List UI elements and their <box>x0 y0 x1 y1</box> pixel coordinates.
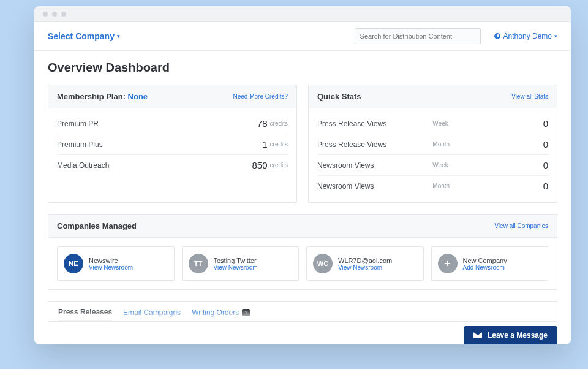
stat-period: Month <box>432 183 543 189</box>
view-all-stats-link[interactable]: View all Stats <box>511 93 548 100</box>
tab-email-campaigns[interactable]: Email Campaigns <box>123 308 181 321</box>
credit-unit: credits <box>270 162 288 169</box>
company-name: WLR7D@aol.com <box>338 257 392 264</box>
need-more-credits-link[interactable]: Need More Credits? <box>233 93 288 100</box>
companies-title: Companies Managed <box>57 221 137 230</box>
company-selector[interactable]: Select Company ▾ <box>48 31 120 41</box>
company-name: New Company <box>463 257 507 264</box>
credit-row: Premium Plus1credits <box>57 134 288 155</box>
stat-name: Newsroom Views <box>317 161 428 170</box>
stat-period: Week <box>432 162 543 169</box>
companies-panel: Companies Managed View all Companies NEN… <box>48 214 557 290</box>
stat-period: Week <box>432 120 543 127</box>
company-card[interactable]: NENewswireView Newsroom <box>57 246 175 281</box>
chevron-down-icon: ▾ <box>117 33 120 39</box>
tab-writing-orders[interactable]: Writing Orders1 <box>192 308 250 321</box>
stat-period: Month <box>432 141 543 148</box>
stat-value: 0 <box>543 181 548 191</box>
company-newsroom-link[interactable]: Add Newsroom <box>463 264 507 271</box>
activity-tabs-panel: Press ReleasesEmail CampaignsWriting Ord… <box>48 301 557 322</box>
top-navbar: Select Company ▾ Anthony Demo ▾ <box>34 22 571 51</box>
credit-row: Media Outreach850credits <box>57 155 288 175</box>
company-card[interactable]: +New CompanyAdd Newsroom <box>431 246 549 281</box>
user-menu[interactable]: Anthony Demo ▾ <box>494 32 557 40</box>
window-control-dot <box>61 12 66 17</box>
stat-value: 0 <box>543 139 548 150</box>
view-all-companies-link[interactable]: View all Companies <box>494 223 548 229</box>
credit-value: 78 <box>257 118 268 129</box>
stat-name: Newsroom Views <box>317 182 428 191</box>
company-avatar: TT <box>189 254 208 273</box>
stat-row: Press Release ViewsWeek0 <box>317 113 548 134</box>
tab-press-releases[interactable]: Press Releases <box>58 308 112 321</box>
credit-name: Premium Plus <box>57 140 262 149</box>
stat-name: Press Release Views <box>317 140 428 149</box>
stat-name: Press Release Views <box>317 120 428 128</box>
stat-value: 0 <box>543 118 548 129</box>
chat-label: Leave a Message <box>488 331 548 340</box>
tab-badge: 1 <box>242 309 250 316</box>
stat-row: Newsroom ViewsMonth0 <box>317 176 548 196</box>
company-card[interactable]: TTTesting TwitterView Newsroom <box>182 246 300 281</box>
user-icon <box>494 33 500 39</box>
window-control-dot <box>43 12 48 17</box>
page-content: Overview Dashboard Membership Plan: None… <box>34 51 571 344</box>
company-newsroom-link[interactable]: View Newsroom <box>338 264 392 271</box>
leave-message-button[interactable]: Leave a Message <box>464 326 557 344</box>
quick-stats-panel: Quick Stats View all Stats Press Release… <box>308 85 557 203</box>
credit-unit: credits <box>270 141 288 148</box>
credit-name: Premium PR <box>57 120 257 128</box>
search-input[interactable] <box>355 28 481 44</box>
company-newsroom-link[interactable]: View Newsroom <box>89 264 133 271</box>
stat-row: Press Release ViewsMonth0 <box>317 134 548 155</box>
company-name: Testing Twitter <box>214 257 258 264</box>
credit-value: 850 <box>252 160 268 170</box>
quick-stats-title: Quick Stats <box>317 92 361 101</box>
browser-window: Select Company ▾ Anthony Demo ▾ Overview… <box>34 6 571 344</box>
page-title: Overview Dashboard <box>48 61 557 75</box>
window-titlebar <box>34 6 571 22</box>
credit-row: Premium PR78credits <box>57 113 288 134</box>
company-avatar: NE <box>64 254 83 273</box>
company-name: Newswire <box>89 257 133 264</box>
credit-name: Media Outreach <box>57 161 252 170</box>
company-card[interactable]: WCWLR7D@aol.comView Newsroom <box>306 246 424 281</box>
user-name: Anthony Demo <box>503 32 552 40</box>
chevron-down-icon: ▾ <box>554 33 557 39</box>
credit-value: 1 <box>262 139 267 150</box>
envelope-icon <box>473 332 482 338</box>
window-control-dot <box>52 12 57 17</box>
company-avatar: WC <box>313 254 333 273</box>
company-avatar: + <box>438 254 458 273</box>
company-newsroom-link[interactable]: View Newsroom <box>214 264 258 271</box>
membership-title: Membership Plan: None <box>57 92 148 101</box>
company-selector-label: Select Company <box>48 31 115 41</box>
credit-unit: credits <box>270 120 288 127</box>
stat-value: 0 <box>543 160 548 170</box>
stat-row: Newsroom ViewsWeek0 <box>317 155 548 176</box>
membership-panel: Membership Plan: None Need More Credits?… <box>48 85 297 203</box>
